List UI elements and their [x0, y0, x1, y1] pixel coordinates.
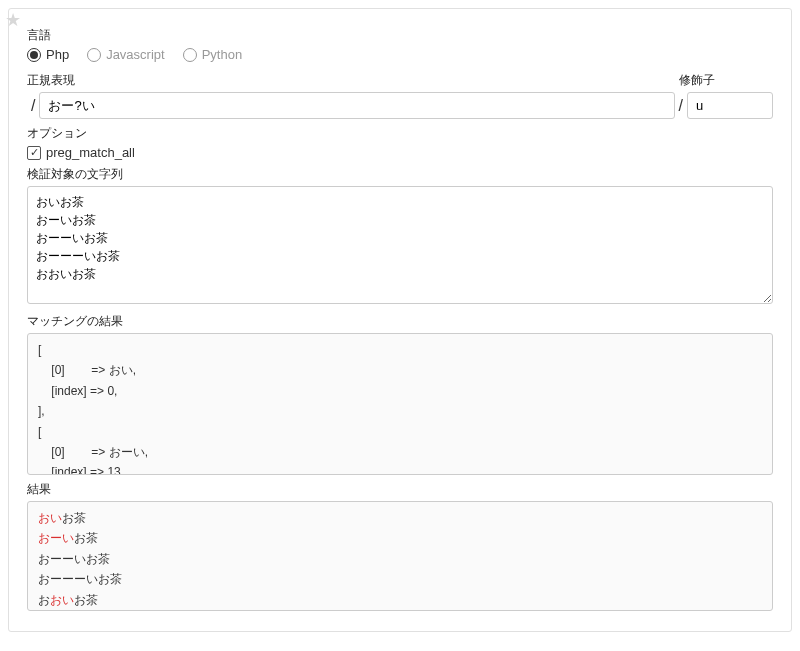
- regex-delimiter-close: /: [675, 97, 687, 115]
- plain-text: お: [38, 593, 50, 607]
- match-result-label: マッチングの結果: [27, 313, 773, 330]
- regex-label: 正規表現: [27, 72, 679, 89]
- regex-input-row: / /: [27, 92, 773, 119]
- checkbox-icon: [27, 146, 41, 160]
- option-preg-match-all[interactable]: preg_match_all: [27, 145, 773, 160]
- matched-text: おーい: [38, 531, 74, 545]
- result-line: おーーいお茶: [38, 549, 762, 569]
- radio-python[interactable]: Python: [183, 47, 242, 62]
- radio-javascript[interactable]: Javascript: [87, 47, 165, 62]
- language-label: 言語: [27, 27, 773, 44]
- result-line: おーいお茶: [38, 528, 762, 548]
- plain-text: お茶: [74, 593, 98, 607]
- match-result-output: [ [0] => おい, [index] => 0, ], [ [0] => お…: [27, 333, 773, 475]
- regex-pattern-input[interactable]: [39, 92, 674, 119]
- result-line: おいお茶: [38, 508, 762, 528]
- radio-icon: [87, 48, 101, 62]
- matched-text: おい: [50, 593, 74, 607]
- regex-delimiter-open: /: [27, 97, 39, 115]
- radio-php-label: Php: [46, 47, 69, 62]
- modifier-label: 修飾子: [679, 72, 773, 89]
- language-radio-group: Php Javascript Python: [27, 47, 773, 62]
- result-line: おおいお茶: [38, 590, 762, 610]
- radio-python-label: Python: [202, 47, 242, 62]
- main-panel: ★ 言語 Php Javascript Python 正規表現 修飾子 / / …: [8, 8, 792, 632]
- plain-text: お茶: [74, 531, 98, 545]
- result-label: 結果: [27, 481, 773, 498]
- plain-text: お茶: [62, 511, 86, 525]
- plain-text: おーーいお茶: [38, 552, 110, 566]
- test-string-label: 検証対象の文字列: [27, 166, 773, 183]
- options-label: オプション: [27, 125, 773, 142]
- radio-php[interactable]: Php: [27, 47, 69, 62]
- result-output: おいお茶おーいお茶おーーいお茶おーーーいお茶おおいお茶: [27, 501, 773, 611]
- matched-text: おい: [38, 511, 62, 525]
- result-line: おーーーいお茶: [38, 569, 762, 589]
- option-preg-match-all-label: preg_match_all: [46, 145, 135, 160]
- favorite-star-icon[interactable]: ★: [5, 9, 21, 31]
- radio-icon: [183, 48, 197, 62]
- radio-javascript-label: Javascript: [106, 47, 165, 62]
- test-string-input[interactable]: [27, 186, 773, 304]
- regex-modifier-input[interactable]: [687, 92, 773, 119]
- plain-text: おーーーいお茶: [38, 572, 122, 586]
- radio-icon: [27, 48, 41, 62]
